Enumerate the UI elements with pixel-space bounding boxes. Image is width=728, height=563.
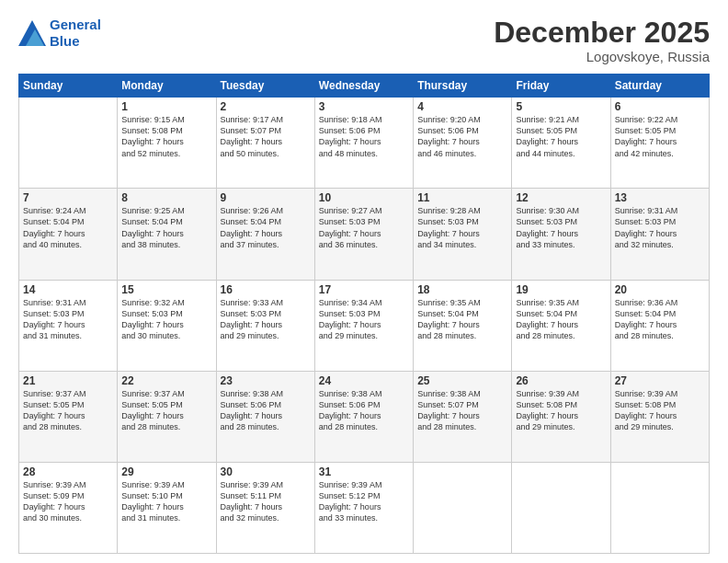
calendar-cell: 17Sunrise: 9:34 AM Sunset: 5:03 PM Dayli… xyxy=(314,280,413,371)
calendar-week-row: 21Sunrise: 9:37 AM Sunset: 5:05 PM Dayli… xyxy=(19,371,710,462)
day-info: Sunrise: 9:25 AM Sunset: 5:04 PM Dayligh… xyxy=(121,205,211,250)
day-info: Sunrise: 9:38 AM Sunset: 5:06 PM Dayligh… xyxy=(221,388,311,433)
day-number: 30 xyxy=(221,465,311,478)
calendar-cell: 21Sunrise: 9:37 AM Sunset: 5:05 PM Dayli… xyxy=(19,371,118,462)
day-info: Sunrise: 9:39 AM Sunset: 5:09 PM Dayligh… xyxy=(23,479,113,524)
calendar-cell: 22Sunrise: 9:37 AM Sunset: 5:05 PM Dayli… xyxy=(118,371,216,462)
day-number: 23 xyxy=(221,374,311,387)
day-info: Sunrise: 9:18 AM Sunset: 5:06 PM Dayligh… xyxy=(319,114,409,159)
day-info: Sunrise: 9:39 AM Sunset: 5:08 PM Dayligh… xyxy=(516,388,606,433)
day-number: 3 xyxy=(319,100,409,113)
calendar-cell: 20Sunrise: 9:36 AM Sunset: 5:04 PM Dayli… xyxy=(610,280,709,371)
day-info: Sunrise: 9:39 AM Sunset: 5:08 PM Dayligh… xyxy=(615,388,705,433)
day-info: Sunrise: 9:39 AM Sunset: 5:10 PM Dayligh… xyxy=(121,479,211,524)
day-number: 18 xyxy=(417,283,507,296)
header: General Blue December 2025 Logovskoye, R… xyxy=(18,17,710,64)
calendar-cell xyxy=(512,462,610,553)
day-info: Sunrise: 9:30 AM Sunset: 5:03 PM Dayligh… xyxy=(516,205,606,250)
day-number: 4 xyxy=(417,100,507,113)
weekday-cell: Sunday xyxy=(19,75,118,98)
calendar-cell: 6Sunrise: 9:22 AM Sunset: 5:05 PM Daylig… xyxy=(610,98,709,189)
day-number: 25 xyxy=(417,374,507,387)
calendar-cell: 28Sunrise: 9:39 AM Sunset: 5:09 PM Dayli… xyxy=(19,462,118,553)
day-number: 19 xyxy=(516,283,606,296)
weekday-cell: Friday xyxy=(512,75,610,98)
weekday-cell: Monday xyxy=(118,75,216,98)
day-number: 21 xyxy=(23,374,113,387)
location: Logovskoye, Russia xyxy=(494,49,710,64)
day-info: Sunrise: 9:20 AM Sunset: 5:06 PM Dayligh… xyxy=(417,114,507,159)
day-info: Sunrise: 9:17 AM Sunset: 5:07 PM Dayligh… xyxy=(221,114,311,159)
day-number: 6 xyxy=(615,100,705,113)
day-info: Sunrise: 9:21 AM Sunset: 5:05 PM Dayligh… xyxy=(516,114,606,159)
day-info: Sunrise: 9:38 AM Sunset: 5:07 PM Dayligh… xyxy=(417,388,507,433)
calendar-cell: 18Sunrise: 9:35 AM Sunset: 5:04 PM Dayli… xyxy=(414,280,512,371)
calendar-cell: 10Sunrise: 9:27 AM Sunset: 5:03 PM Dayli… xyxy=(314,189,413,280)
calendar-cell: 25Sunrise: 9:38 AM Sunset: 5:07 PM Dayli… xyxy=(414,371,512,462)
calendar-cell: 29Sunrise: 9:39 AM Sunset: 5:10 PM Dayli… xyxy=(118,462,216,553)
day-number: 7 xyxy=(23,191,113,204)
calendar-cell: 11Sunrise: 9:28 AM Sunset: 5:03 PM Dayli… xyxy=(414,189,512,280)
calendar-cell: 8Sunrise: 9:25 AM Sunset: 5:04 PM Daylig… xyxy=(118,189,216,280)
calendar-cell xyxy=(19,98,118,189)
day-number: 9 xyxy=(221,191,311,204)
day-number: 17 xyxy=(319,283,409,296)
calendar-cell xyxy=(414,462,512,553)
day-info: Sunrise: 9:34 AM Sunset: 5:03 PM Dayligh… xyxy=(319,297,409,342)
calendar-cell: 24Sunrise: 9:38 AM Sunset: 5:06 PM Dayli… xyxy=(314,371,413,462)
calendar-cell: 15Sunrise: 9:32 AM Sunset: 5:03 PM Dayli… xyxy=(118,280,216,371)
calendar-cell: 3Sunrise: 9:18 AM Sunset: 5:06 PM Daylig… xyxy=(314,98,413,189)
day-number: 27 xyxy=(615,374,705,387)
day-number: 5 xyxy=(516,100,606,113)
logo-icon xyxy=(18,20,46,46)
day-number: 15 xyxy=(121,283,211,296)
calendar-week-row: 7Sunrise: 9:24 AM Sunset: 5:04 PM Daylig… xyxy=(19,189,710,280)
day-info: Sunrise: 9:31 AM Sunset: 5:03 PM Dayligh… xyxy=(23,297,113,342)
calendar-cell: 12Sunrise: 9:30 AM Sunset: 5:03 PM Dayli… xyxy=(512,189,610,280)
day-number: 2 xyxy=(221,100,311,113)
day-number: 22 xyxy=(121,374,211,387)
day-number: 13 xyxy=(615,191,705,204)
day-number: 29 xyxy=(121,465,211,478)
day-info: Sunrise: 9:35 AM Sunset: 5:04 PM Dayligh… xyxy=(417,297,507,342)
calendar-cell: 9Sunrise: 9:26 AM Sunset: 5:04 PM Daylig… xyxy=(216,189,314,280)
calendar-cell: 31Sunrise: 9:39 AM Sunset: 5:12 PM Dayli… xyxy=(314,462,413,553)
day-info: Sunrise: 9:15 AM Sunset: 5:08 PM Dayligh… xyxy=(121,114,211,159)
calendar-cell: 2Sunrise: 9:17 AM Sunset: 5:07 PM Daylig… xyxy=(216,98,314,189)
page: General Blue December 2025 Logovskoye, R… xyxy=(0,0,728,563)
month-title: December 2025 xyxy=(494,17,710,49)
day-number: 1 xyxy=(121,100,211,113)
weekday-cell: Saturday xyxy=(610,75,709,98)
day-number: 28 xyxy=(23,465,113,478)
weekday-cell: Tuesday xyxy=(216,75,314,98)
day-number: 10 xyxy=(319,191,409,204)
logo-text: General Blue xyxy=(50,17,101,50)
day-info: Sunrise: 9:28 AM Sunset: 5:03 PM Dayligh… xyxy=(417,205,507,250)
day-info: Sunrise: 9:38 AM Sunset: 5:06 PM Dayligh… xyxy=(319,388,409,433)
day-number: 26 xyxy=(516,374,606,387)
day-number: 12 xyxy=(516,191,606,204)
day-number: 20 xyxy=(615,283,705,296)
calendar-table: SundayMondayTuesdayWednesdayThursdayFrid… xyxy=(18,74,710,554)
calendar-cell: 26Sunrise: 9:39 AM Sunset: 5:08 PM Dayli… xyxy=(512,371,610,462)
day-info: Sunrise: 9:32 AM Sunset: 5:03 PM Dayligh… xyxy=(121,297,211,342)
calendar-week-row: 1Sunrise: 9:15 AM Sunset: 5:08 PM Daylig… xyxy=(19,98,710,189)
weekday-header-row: SundayMondayTuesdayWednesdayThursdayFrid… xyxy=(19,75,710,98)
calendar-cell xyxy=(610,462,709,553)
calendar-cell: 27Sunrise: 9:39 AM Sunset: 5:08 PM Dayli… xyxy=(610,371,709,462)
day-number: 24 xyxy=(319,374,409,387)
day-info: Sunrise: 9:33 AM Sunset: 5:03 PM Dayligh… xyxy=(221,297,311,342)
calendar-week-row: 14Sunrise: 9:31 AM Sunset: 5:03 PM Dayli… xyxy=(19,280,710,371)
day-info: Sunrise: 9:35 AM Sunset: 5:04 PM Dayligh… xyxy=(516,297,606,342)
day-info: Sunrise: 9:22 AM Sunset: 5:05 PM Dayligh… xyxy=(615,114,705,159)
day-info: Sunrise: 9:37 AM Sunset: 5:05 PM Dayligh… xyxy=(23,388,113,433)
calendar-cell: 30Sunrise: 9:39 AM Sunset: 5:11 PM Dayli… xyxy=(216,462,314,553)
calendar-cell: 14Sunrise: 9:31 AM Sunset: 5:03 PM Dayli… xyxy=(19,280,118,371)
day-number: 8 xyxy=(121,191,211,204)
day-info: Sunrise: 9:37 AM Sunset: 5:05 PM Dayligh… xyxy=(121,388,211,433)
day-info: Sunrise: 9:31 AM Sunset: 5:03 PM Dayligh… xyxy=(615,205,705,250)
calendar-cell: 7Sunrise: 9:24 AM Sunset: 5:04 PM Daylig… xyxy=(19,189,118,280)
title-block: December 2025 Logovskoye, Russia xyxy=(494,17,710,64)
day-number: 31 xyxy=(319,465,409,478)
calendar-cell: 5Sunrise: 9:21 AM Sunset: 5:05 PM Daylig… xyxy=(512,98,610,189)
